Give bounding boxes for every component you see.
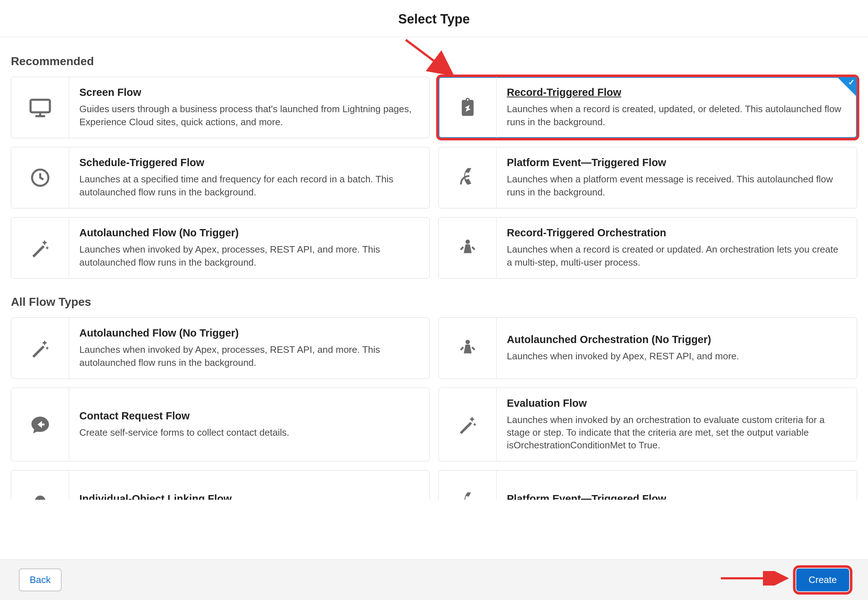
card-title: Schedule-Triggered Flow [79, 157, 418, 169]
card-desc: Launches at a specified time and frequen… [79, 173, 418, 198]
card-title: Platform Event—Triggered Flow [507, 493, 666, 500]
back-button[interactable]: Back [19, 568, 62, 591]
card-record-triggered-orchestration[interactable]: Record-Triggered Orchestration Launches … [438, 217, 857, 279]
satellite-icon [439, 470, 497, 500]
recommended-row-1: Screen Flow Guides users through a busin… [11, 77, 857, 138]
card-title: Screen Flow [79, 86, 418, 98]
all-row-1: Autolaunched Flow (No Trigger) Launches … [11, 317, 857, 379]
selected-check-icon [837, 77, 857, 97]
card-all-autolaunched-no-trigger[interactable]: Autolaunched Flow (No Trigger) Launches … [11, 317, 430, 379]
card-title: Evaluation Flow [507, 397, 846, 409]
clock-icon [11, 147, 69, 208]
card-all-contact-request-flow[interactable]: Contact Request Flow Create self-service… [11, 388, 430, 461]
card-title: Individual-Object Linking Flow [79, 493, 232, 500]
card-desc: Launches when invoked by Apex, processes… [79, 344, 418, 369]
card-platform-event-flow[interactable]: Platform Event—Triggered Flow Launches w… [438, 147, 857, 208]
card-title: Record-Triggered Flow [507, 86, 846, 98]
card-title: Autolaunched Flow (No Trigger) [79, 227, 418, 239]
modal-header: Select Type [0, 0, 868, 37]
recommended-row-3: Autolaunched Flow (No Trigger) Launches … [11, 217, 857, 279]
orchestration-icon [439, 318, 497, 379]
recommended-row-2: Schedule-Triggered Flow Launches at a sp… [11, 147, 857, 208]
monitor-icon [11, 77, 69, 138]
content-area: Recommended Screen Flow Guides users thr… [0, 37, 868, 500]
all-row-3: Individual-Object Linking Flow Platform … [11, 470, 857, 500]
card-autolaunched-no-trigger[interactable]: Autolaunched Flow (No Trigger) Launches … [11, 217, 430, 279]
card-all-autolaunched-orchestration[interactable]: Autolaunched Orchestration (No Trigger) … [438, 317, 857, 379]
card-title: Contact Request Flow [79, 410, 289, 422]
svg-point-4 [465, 239, 470, 244]
card-schedule-triggered-flow[interactable]: Schedule-Triggered Flow Launches at a sp… [11, 147, 430, 208]
card-desc: Launches when a platform event message i… [507, 173, 846, 198]
clipboard-edit-icon [439, 77, 497, 138]
modal-footer: Back Create [0, 559, 868, 600]
satellite-icon [439, 147, 497, 208]
card-desc: Launches when a record is created or upd… [507, 243, 846, 268]
reply-bubble-icon [11, 388, 69, 461]
create-button[interactable]: Create [796, 568, 849, 591]
section-all-heading: All Flow Types [11, 295, 857, 309]
card-desc: Launches when invoked by Apex, processes… [79, 243, 418, 268]
card-all-individual-object-linking[interactable]: Individual-Object Linking Flow [11, 470, 430, 500]
card-desc: Launches when a record is created, updat… [507, 103, 846, 128]
svg-rect-0 [30, 100, 50, 112]
card-desc: Launches when invoked by Apex, REST API,… [507, 350, 739, 363]
card-desc: Launches when invoked by an orchestratio… [507, 414, 846, 452]
generic-icon [11, 470, 69, 500]
svg-point-5 [465, 340, 470, 344]
card-all-evaluation-flow[interactable]: Evaluation Flow Launches when invoked by… [438, 388, 857, 461]
page-title: Select Type [0, 12, 868, 27]
section-recommended-heading: Recommended [11, 55, 857, 68]
all-row-2: Contact Request Flow Create self-service… [11, 388, 857, 461]
card-title: Platform Event—Triggered Flow [507, 157, 846, 169]
orchestration-icon [439, 218, 497, 278]
card-record-triggered-flow[interactable]: Record-Triggered Flow Launches when a re… [438, 77, 857, 138]
card-desc: Guides users through a business process … [79, 103, 418, 128]
card-screen-flow[interactable]: Screen Flow Guides users through a busin… [11, 77, 430, 138]
wand-sparkle-icon [439, 388, 497, 461]
card-title: Record-Triggered Orchestration [507, 227, 846, 239]
card-title: Autolaunched Orchestration (No Trigger) [507, 334, 739, 345]
card-title: Autolaunched Flow (No Trigger) [79, 327, 418, 339]
wand-sparkle-icon [11, 318, 69, 379]
card-desc: Create self-service forms to collect con… [79, 426, 289, 439]
card-all-platform-event-triggered[interactable]: Platform Event—Triggered Flow [438, 470, 857, 500]
wand-sparkle-icon [11, 218, 69, 278]
svg-point-6 [35, 496, 45, 500]
